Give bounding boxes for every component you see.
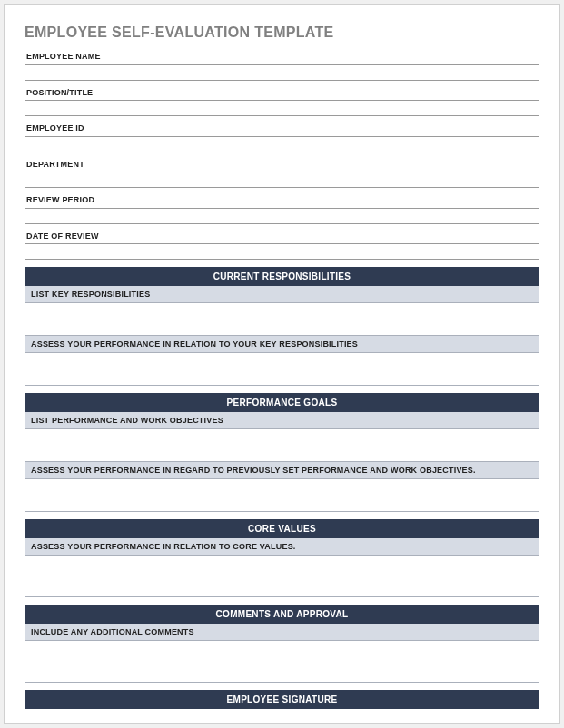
current-responsibilities-header: CURRENT RESPONSIBILITIES: [25, 267, 539, 286]
document-page: EMPLOYEE SELF-EVALUATION TEMPLATE EMPLOY…: [4, 4, 560, 724]
date-of-review-label: DATE OF REVIEW: [25, 231, 539, 241]
review-period-label: REVIEW PERIOD: [25, 195, 539, 204]
field-review-period: REVIEW PERIOD: [25, 195, 539, 224]
employee-name-label: EMPLOYEE NAME: [25, 52, 539, 61]
assess-objectives-input[interactable]: [25, 479, 539, 512]
section-employee-signature: EMPLOYEE SIGNATURE: [25, 690, 539, 709]
list-key-responsibilities-input[interactable]: [25, 303, 539, 336]
department-label: DEPARTMENT: [25, 160, 539, 169]
list-key-responsibilities-label: LIST KEY RESPONSIBILITIES: [25, 286, 539, 303]
core-values-label: ASSESS YOUR PERFORMANCE IN RELATION TO C…: [25, 538, 539, 556]
employee-id-label: EMPLOYEE ID: [25, 123, 539, 133]
field-position-title: POSITION/TITLE: [25, 88, 539, 117]
section-core-values: CORE VALUES ASSESS YOUR PERFORMANCE IN R…: [25, 519, 539, 597]
list-objectives-label: LIST PERFORMANCE AND WORK OBJECTIVES: [25, 412, 539, 429]
department-input[interactable]: [25, 172, 539, 188]
employee-name-input[interactable]: [25, 64, 539, 81]
additional-comments-label: INCLUDE ANY ADDITIONAL COMMENTS: [25, 624, 539, 641]
employee-id-input[interactable]: [25, 136, 539, 152]
date-of-review-input[interactable]: [25, 243, 539, 260]
comments-approval-header: COMMENTS AND APPROVAL: [25, 605, 539, 624]
field-department: DEPARTMENT: [25, 160, 539, 189]
review-period-input[interactable]: [25, 208, 539, 224]
performance-goals-header: PERFORMANCE GOALS: [25, 393, 539, 412]
section-comments-approval: COMMENTS AND APPROVAL INCLUDE ANY ADDITI…: [25, 605, 539, 683]
assess-responsibilities-label: ASSESS YOUR PERFORMANCE IN RELATION TO Y…: [25, 336, 539, 353]
employee-signature-header: EMPLOYEE SIGNATURE: [25, 690, 539, 709]
field-employee-id: EMPLOYEE ID: [25, 123, 539, 152]
section-current-responsibilities: CURRENT RESPONSIBILITIES LIST KEY RESPON…: [25, 267, 539, 386]
field-employee-name: EMPLOYEE NAME: [25, 52, 539, 81]
core-values-input[interactable]: [25, 556, 539, 597]
assess-objectives-label: ASSESS YOUR PERFORMANCE IN REGARD TO PRE…: [25, 462, 539, 479]
assess-responsibilities-input[interactable]: [25, 353, 539, 386]
list-objectives-input[interactable]: [25, 429, 539, 462]
position-title-input[interactable]: [25, 100, 539, 116]
additional-comments-input[interactable]: [25, 641, 539, 683]
field-date-of-review: DATE OF REVIEW: [25, 231, 539, 261]
section-performance-goals: PERFORMANCE GOALS LIST PERFORMANCE AND W…: [25, 393, 539, 512]
position-title-label: POSITION/TITLE: [25, 88, 539, 97]
core-values-header: CORE VALUES: [25, 519, 539, 538]
document-title: EMPLOYEE SELF-EVALUATION TEMPLATE: [25, 25, 539, 41]
